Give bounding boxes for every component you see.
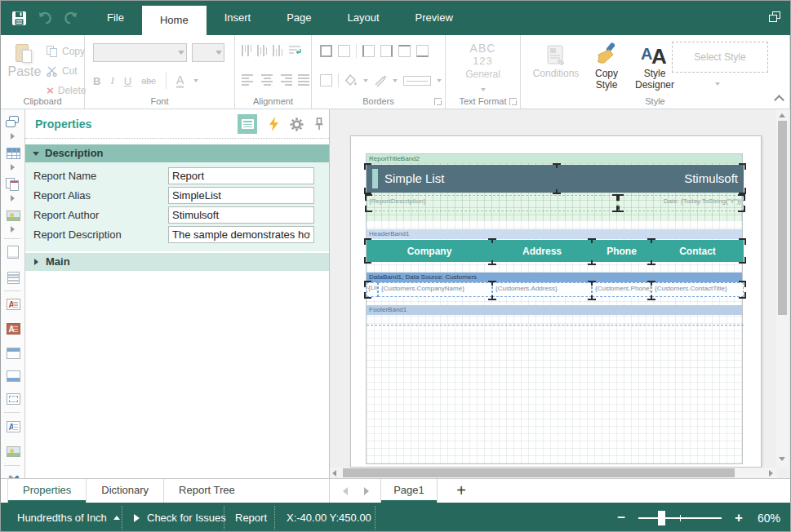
header-band-label[interactable]: HeaderBand1 [367, 229, 742, 239]
horizontal-scroll-thumb[interactable] [343, 468, 735, 477]
scroll-up-icon[interactable] [779, 113, 785, 117]
report-page[interactable]: ReportTitleBand2 Simple List Stimulsoft … [350, 135, 762, 468]
select-style-arrow-icon[interactable] [715, 82, 720, 86]
data-band-label[interactable]: DataBand1; Data Source: Customers [367, 273, 742, 282]
collapse-ribbon-icon[interactable] [775, 95, 784, 102]
settings-gear-icon[interactable] [287, 114, 306, 134]
tab-properties[interactable]: Properties [7, 479, 87, 503]
report-description-input[interactable] [168, 226, 314, 243]
no-borders-icon[interactable] [338, 45, 350, 57]
line-style-dropdown-icon[interactable] [437, 79, 442, 82]
tab-preview[interactable]: Preview [398, 1, 471, 35]
footer-band-label[interactable]: FooterBand1 [367, 305, 742, 315]
report-description-cell[interactable]: {ReportDescription} [367, 195, 618, 211]
events-lightning-icon[interactable] [264, 114, 283, 134]
line-color-dropdown-icon[interactable] [393, 79, 398, 82]
conditions-button[interactable]: Conditions [532, 43, 580, 79]
text-lines-icon[interactable] [4, 268, 22, 286]
font-size-combobox[interactable] [192, 43, 224, 62]
clone-component-icon[interactable] [4, 175, 22, 193]
align-right-icon[interactable] [279, 74, 292, 86]
check-for-issues-button[interactable]: Check for Issues [134, 503, 226, 532]
report-alias-input[interactable] [168, 187, 314, 204]
word-wrap-icon[interactable] [288, 45, 302, 56]
cut-button[interactable]: Cut [47, 63, 86, 79]
left-border-icon[interactable] [362, 45, 375, 57]
align-justify-icon[interactable] [298, 74, 311, 86]
align-left-icon[interactable] [242, 74, 255, 86]
zoom-slider[interactable] [638, 511, 722, 525]
text-format-dropdown-icon[interactable] [481, 88, 486, 91]
tab-dictionary[interactable]: Dictionary [87, 479, 164, 503]
tab-file[interactable]: File [89, 1, 142, 35]
text-format-dialog-launcher-icon[interactable] [509, 98, 517, 105]
pin-icon[interactable] [309, 114, 329, 134]
zoom-slider-handle[interactable] [658, 511, 665, 525]
font-color-dropdown-icon[interactable] [193, 79, 198, 82]
report-date-cell[interactable]: Date: {Today.ToString("Y")} [618, 195, 744, 211]
zoom-in-button[interactable]: + [730, 510, 748, 526]
align-bottom-icon[interactable] [273, 45, 282, 56]
font-name-combobox[interactable] [93, 43, 187, 62]
copy-style-button[interactable]: Copy Style [588, 42, 625, 91]
header-band-icon[interactable] [4, 344, 22, 362]
line-color-icon[interactable] [374, 74, 387, 86]
report-title-text[interactable]: Simple List [384, 171, 444, 185]
panel-component-icon[interactable] [4, 390, 22, 408]
bottom-border-icon[interactable] [416, 45, 429, 57]
image-component-icon[interactable] [4, 206, 22, 224]
strikethrough-button[interactable]: abc [141, 76, 156, 86]
header-cell-contact[interactable]: Contact [651, 240, 744, 262]
paste-button[interactable]: Paste [7, 43, 42, 79]
font-color-button[interactable]: A [176, 74, 184, 88]
header-cell-company[interactable]: Company [367, 240, 492, 262]
add-page-button[interactable]: + [451, 480, 472, 501]
report-menu-button[interactable]: Report [235, 503, 267, 532]
right-border-icon[interactable] [380, 45, 393, 57]
header-cell-address[interactable]: Address [492, 240, 592, 262]
previous-page-icon[interactable] [343, 487, 348, 495]
fill-color-icon[interactable] [344, 74, 358, 86]
brand-text[interactable]: Stimulsoft [684, 171, 738, 185]
report-author-input[interactable] [168, 206, 314, 224]
tab-layout[interactable]: Layout [330, 1, 398, 35]
next-page-icon[interactable] [364, 487, 369, 495]
save-icon[interactable] [9, 8, 29, 28]
section-main[interactable]: Main [25, 253, 329, 271]
zoom-percent[interactable]: 60% [748, 512, 790, 525]
table-expand-icon[interactable] [11, 164, 15, 171]
align-center-icon[interactable] [260, 74, 273, 86]
line-style-icon[interactable] [403, 76, 431, 86]
report-title-band-label[interactable]: ReportTitleBand2 [367, 154, 742, 163]
image-expand-icon[interactable] [11, 226, 15, 233]
report-title-block[interactable]: Simple List Stimulsoft [367, 165, 744, 193]
picture-icon[interactable] [4, 442, 22, 460]
tab-report-tree[interactable]: Report Tree [164, 479, 250, 503]
align-middle-icon[interactable] [257, 45, 267, 56]
section-description[interactable]: Description [25, 144, 329, 162]
data-cell-phone[interactable]: {Customers.Phone} [592, 282, 651, 297]
clone-expand-icon[interactable] [11, 195, 15, 202]
properties-view-icon[interactable] [238, 114, 257, 134]
header-cell-phone[interactable]: Phone [592, 240, 651, 262]
units-selector[interactable]: Hundredths of Inch [17, 503, 120, 532]
tab-insert[interactable]: Insert [207, 1, 269, 35]
page1-tab[interactable]: Page1 [380, 479, 438, 503]
outside-border-icon[interactable] [320, 74, 332, 86]
text-component-icon[interactable] [4, 295, 22, 313]
data-cell-address[interactable]: {Customers.Address} [492, 282, 592, 297]
redo-icon[interactable] [61, 8, 81, 28]
canvas-horizontal-scrollbar[interactable] [330, 468, 777, 478]
scroll-down-icon[interactable] [779, 457, 785, 461]
report-name-input[interactable] [168, 167, 314, 184]
bold-button[interactable]: B [93, 75, 100, 87]
footer-band-icon[interactable] [4, 367, 22, 385]
zoom-out-button[interactable]: − [612, 510, 630, 526]
select-style-dropdown[interactable]: Select Style [672, 42, 768, 73]
rich-text-icon[interactable] [4, 418, 22, 436]
undo-icon[interactable] [35, 8, 55, 28]
fill-color-dropdown-icon[interactable] [363, 79, 368, 82]
text-box-icon[interactable] [4, 320, 22, 338]
top-border-icon[interactable] [398, 45, 411, 57]
blank-page-icon[interactable] [4, 243, 22, 261]
